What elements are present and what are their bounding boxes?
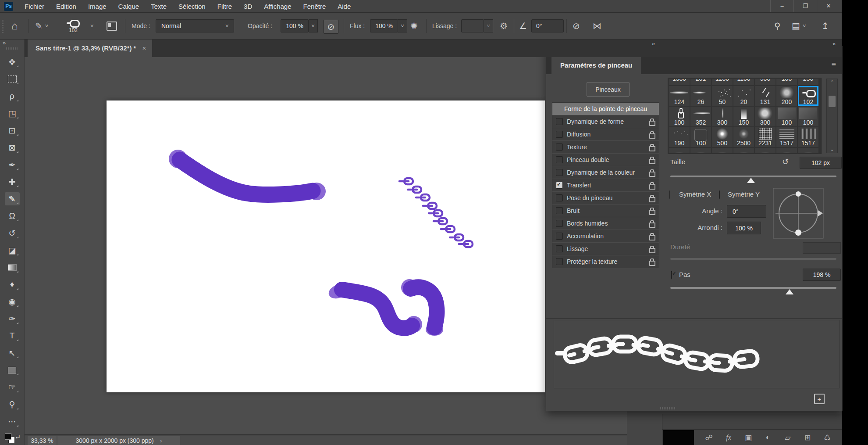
hand-tool[interactable]: ☞: [5, 380, 20, 394]
gradient-tool[interactable]: [5, 261, 20, 274]
brush-preset-partial[interactable]: [776, 148, 797, 153]
spacing-checkbox[interactable]: [671, 271, 672, 279]
home-icon[interactable]: ⌂: [11, 20, 18, 32]
menu-item-aide[interactable]: Aide: [338, 3, 351, 10]
new-brush-button[interactable]: +: [814, 394, 825, 404]
object-selection-tool[interactable]: ◳: [5, 107, 20, 120]
move-tool[interactable]: ✥: [5, 55, 20, 68]
spacing-slider[interactable]: [670, 287, 836, 289]
brush-preset-500[interactable]: 500: [755, 79, 776, 85]
pen-tool[interactable]: ✑: [5, 312, 20, 325]
brush-preset-200[interactable]: 200: [776, 86, 797, 106]
swap-colors-icon[interactable]: ⇄: [16, 434, 20, 440]
menu-item-texte[interactable]: Texte: [151, 3, 167, 10]
brush-preset-partial[interactable]: [690, 148, 711, 153]
tools-ellipsis[interactable]: ⋯: [5, 415, 20, 428]
brush-preset-150[interactable]: 150: [733, 107, 754, 126]
eyedropper-tool[interactable]: ✒: [5, 158, 20, 171]
size-field[interactable]: 102 px: [800, 157, 842, 169]
brush-preset-50[interactable]: 50: [712, 86, 733, 106]
brush-option-transfert[interactable]: Transfert: [552, 179, 659, 191]
shape-tool[interactable]: [5, 363, 20, 377]
chevron-down-icon[interactable]: ˅: [803, 23, 806, 29]
lock-open-icon[interactable]: [649, 172, 655, 177]
zoom-level-field[interactable]: 33,33 %: [28, 436, 57, 445]
brush-preset-250[interactable]: 250: [798, 79, 818, 85]
checkbox-pinceau-double[interactable]: [556, 156, 563, 163]
tab-brush-settings[interactable]: Paramètres de pinceau: [551, 56, 641, 74]
clone-stamp-tool[interactable]: Ω: [5, 209, 20, 222]
panel-menu-icon[interactable]: ≡: [831, 60, 836, 69]
brush-tool-icon[interactable]: ✎: [35, 21, 43, 31]
chevron-down-icon[interactable]: ˅: [45, 23, 49, 29]
opacity-pressure-icon[interactable]: ⊘: [324, 20, 338, 34]
symmetry-y-checkbox[interactable]: [719, 190, 720, 199]
zoom-tool[interactable]: ⚲: [5, 398, 20, 411]
size-slider[interactable]: [670, 176, 836, 177]
dock-expand-icon[interactable]: »: [832, 40, 836, 47]
brush-preset-300[interactable]: 300: [712, 107, 733, 126]
layer-group-icon[interactable]: ▱: [783, 433, 792, 442]
lock-open-icon[interactable]: [649, 133, 655, 139]
search-icon[interactable]: ⚲: [774, 21, 781, 31]
document-tab-close-icon[interactable]: ×: [142, 44, 146, 52]
brush-preset-2231[interactable]: 2231: [755, 127, 776, 147]
checkbox-diffusion[interactable]: [556, 131, 563, 138]
brush-preset-partial[interactable]: [712, 148, 733, 153]
checkbox-transfert[interactable]: [556, 182, 563, 189]
foreground-color-swatch[interactable]: [5, 433, 11, 440]
brushes-button[interactable]: Pinceaux: [587, 82, 630, 97]
brush-angle-field[interactable]: 0°: [531, 19, 564, 32]
spacing-field[interactable]: 198 %: [803, 269, 841, 281]
symmetry-x-checkbox[interactable]: [669, 190, 670, 199]
checkbox-texture[interactable]: [556, 144, 563, 151]
brush-preset-partial[interactable]: [669, 148, 690, 153]
brush-preset-100[interactable]: 100: [798, 107, 818, 126]
toolbar-grip[interactable]: [6, 47, 18, 50]
opacity-dropdown[interactable]: ˅: [309, 19, 318, 32]
brush-tool[interactable]: ✎: [5, 192, 20, 205]
checkbox-proteger-la-texture[interactable]: [556, 258, 563, 265]
toggle-brush-panel-icon[interactable]: [107, 22, 117, 31]
menu-item-fichier[interactable]: Fichier: [25, 3, 44, 10]
brush-option-pose-du-pinceau[interactable]: Pose du pinceau: [552, 191, 659, 204]
paint-symmetry-icon[interactable]: ⋈: [593, 21, 601, 31]
size-pressure-icon[interactable]: ⊘: [573, 21, 580, 31]
color-swatches[interactable]: ⇄: [4, 433, 22, 444]
brush-preset-124[interactable]: 124: [669, 86, 690, 106]
checkbox-lissage[interactable]: [556, 245, 563, 252]
roundness-field[interactable]: 100 %: [727, 222, 761, 234]
lock-open-icon[interactable]: [649, 261, 655, 266]
brush-option-texture[interactable]: Texture: [552, 140, 659, 153]
spacing-slider-thumb[interactable]: [786, 289, 793, 294]
eraser-tool[interactable]: ◪: [5, 244, 20, 257]
checkbox-dynamique-de-forme[interactable]: [556, 118, 563, 125]
menu-item-3d[interactable]: 3D: [244, 3, 252, 10]
brush-preset-partial[interactable]: [755, 148, 776, 153]
brush-preset-100[interactable]: 100: [776, 107, 797, 126]
smoothing-gear-icon[interactable]: ⚙: [500, 21, 508, 31]
scroll-down-icon[interactable]: ⌄: [827, 147, 837, 152]
close-button[interactable]: ✕: [817, 0, 840, 12]
healing-brush-tool[interactable]: ✚: [5, 175, 20, 188]
minimize-button[interactable]: –: [770, 0, 793, 12]
brush-preset-1517[interactable]: 1517: [776, 127, 797, 147]
lock-open-icon[interactable]: [649, 159, 655, 164]
blur-tool[interactable]: ♦: [5, 278, 20, 291]
brush-option-pinceau-double[interactable]: Pinceau double: [552, 153, 659, 166]
brush-preset-20[interactable]: 20: [733, 86, 754, 106]
brush-preset-100[interactable]: 100: [690, 127, 711, 147]
share-icon[interactable]: ↥: [822, 21, 829, 31]
smoothing-field[interactable]: [461, 19, 484, 32]
checkbox-dynamique-de-la-couleur[interactable]: [556, 169, 563, 176]
size-slider-thumb[interactable]: [747, 178, 755, 183]
brush-preset-1200[interactable]: 1200: [712, 79, 733, 85]
delete-layer-icon[interactable]: ♺: [823, 433, 832, 442]
brush-preset-picker[interactable]: 102: [67, 13, 80, 39]
grid-scrollbar[interactable]: ⌃ ⌄: [826, 79, 838, 153]
opacity-field[interactable]: 100 %: [281, 19, 309, 32]
flow-dropdown[interactable]: ˅: [398, 19, 407, 32]
flow-field[interactable]: 100 %: [370, 19, 398, 32]
lock-open-icon[interactable]: [649, 184, 655, 190]
brush-preset-201[interactable]: 201: [690, 79, 711, 85]
